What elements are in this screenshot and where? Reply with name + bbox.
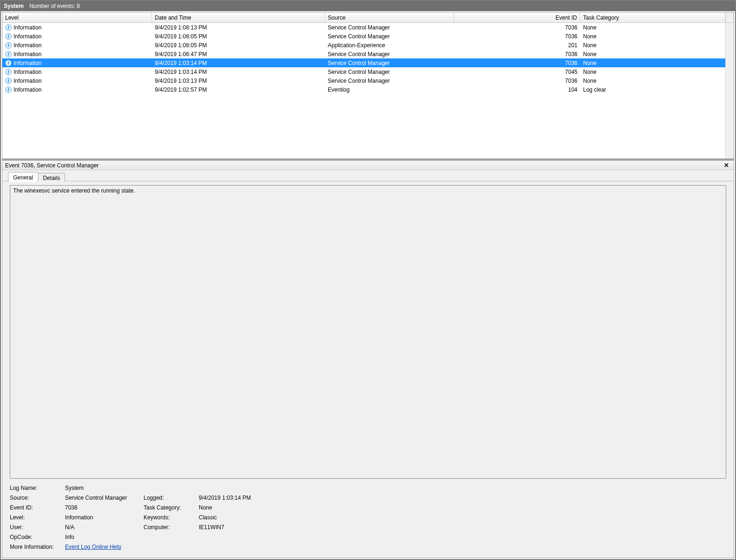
column-headers[interactable]: Level Date and Time Source Event ID Task…: [2, 13, 734, 23]
table-row[interactable]: iInformation9/4/2019 1:03:14 PMService C…: [2, 67, 725, 76]
table-row[interactable]: iInformation9/4/2019 1:03:13 PMService C…: [2, 76, 725, 85]
log-name-label: System: [4, 3, 24, 9]
cell-source: Service Control Manager: [325, 33, 454, 40]
info-icon: i: [5, 78, 12, 84]
meta-label-computer: Computer:: [144, 523, 195, 532]
table-row[interactable]: iInformation9/4/2019 1:03:14 PMService C…: [2, 58, 725, 67]
cell-event-id: 7036: [454, 24, 580, 31]
event-viewer-window: System Number of events: 8 Level Date an…: [0, 0, 736, 560]
cell-task: None: [580, 78, 725, 84]
details-body: The winexesvc service entered the runnin…: [2, 181, 734, 558]
cell-level: iInformation: [2, 33, 152, 40]
meta-value-eventid: 7036: [65, 503, 140, 513]
cell-task: None: [580, 60, 725, 66]
cell-source: Eventlog: [325, 86, 454, 93]
table-row[interactable]: iInformation9/4/2019 1:02:57 PMEventlog1…: [2, 85, 725, 94]
cell-date: 9/4/2019 1:03:13 PM: [152, 78, 325, 84]
meta-value-opcode: Info: [65, 532, 140, 542]
close-icon[interactable]: ✕: [722, 162, 731, 169]
meta-label-taskcat: Task Category:: [144, 503, 195, 513]
col-header-source[interactable]: Source: [325, 13, 454, 22]
details-pane: Event 7036, Service Control Manager ✕ Ge…: [2, 160, 734, 558]
cell-source: Application-Experience: [325, 42, 454, 49]
cell-level: iInformation: [2, 24, 152, 31]
cell-task: None: [580, 51, 725, 57]
cell-event-id: 7036: [454, 78, 580, 84]
cell-task: None: [580, 42, 725, 49]
level-text: Information: [14, 24, 42, 31]
top-bar: System Number of events: 8: [1, 1, 735, 11]
info-icon: i: [5, 42, 12, 49]
meta-label-level: Level:: [10, 513, 61, 523]
cell-event-id: 7036: [454, 51, 580, 57]
cell-level: iInformation: [2, 69, 152, 75]
info-icon: i: [5, 33, 12, 40]
cell-event-id: 7036: [454, 33, 580, 40]
content-frame: Level Date and Time Source Event ID Task…: [2, 12, 734, 558]
info-icon: i: [5, 24, 12, 31]
col-header-date[interactable]: Date and Time: [152, 13, 325, 22]
event-log-online-help-link[interactable]: Event Log Online Help: [65, 544, 121, 550]
event-list[interactable]: iInformation9/4/2019 1:08:13 PMService C…: [2, 23, 725, 158]
meta-value-logname: System: [65, 483, 140, 493]
cell-date: 9/4/2019 1:08:05 PM: [152, 33, 325, 40]
cell-source: Service Control Manager: [325, 78, 454, 84]
event-metadata: Log Name: System Source: Service Control…: [10, 483, 726, 552]
info-icon: i: [5, 69, 12, 75]
vertical-scrollbar[interactable]: [725, 23, 734, 158]
tabs-row: General Details: [2, 170, 734, 181]
level-text: Information: [14, 69, 42, 75]
level-text: Information: [14, 60, 42, 66]
cell-date: 9/4/2019 1:08:13 PM: [152, 24, 325, 31]
cell-event-id: 201: [454, 42, 580, 49]
table-row[interactable]: iInformation9/4/2019 1:08:13 PMService C…: [2, 23, 725, 32]
level-text: Information: [14, 51, 42, 57]
details-title: Event 7036, Service Control Manager: [5, 162, 99, 169]
col-header-event-id[interactable]: Event ID: [454, 13, 580, 22]
col-header-level[interactable]: Level: [2, 13, 152, 22]
cell-date: 9/4/2019 1:08:05 PM: [152, 42, 325, 49]
cell-level: iInformation: [2, 60, 152, 66]
cell-source: Service Control Manager: [325, 69, 454, 75]
meta-value-taskcat: None: [199, 503, 726, 513]
info-icon: i: [5, 60, 12, 66]
meta-label-moreinfo: More Information:: [10, 542, 61, 552]
level-text: Information: [14, 86, 42, 93]
info-icon: i: [5, 51, 12, 57]
cell-date: 9/4/2019 1:03:14 PM: [152, 60, 325, 66]
meta-label-opcode: OpCode:: [10, 532, 61, 542]
table-row[interactable]: iInformation9/4/2019 1:08:05 PMApplicati…: [2, 41, 725, 50]
meta-value-keywords: Classic: [199, 513, 726, 523]
meta-value-level: Information: [65, 513, 140, 523]
info-icon: i: [5, 86, 12, 93]
meta-value-computer: IE11WIN7: [199, 523, 726, 532]
level-text: Information: [14, 78, 42, 84]
cell-task: None: [580, 33, 725, 40]
cell-task: Log clear: [580, 86, 725, 93]
meta-value-logged: 9/4/2019 1:03:14 PM: [199, 493, 726, 503]
table-row[interactable]: iInformation9/4/2019 1:08:05 PMService C…: [2, 32, 725, 41]
table-row[interactable]: iInformation9/4/2019 1:06:47 PMService C…: [2, 50, 725, 58]
meta-label-source: Source:: [10, 493, 61, 503]
cell-level: iInformation: [2, 51, 152, 57]
cell-task: None: [580, 24, 725, 31]
details-header: Event 7036, Service Control Manager ✕: [2, 161, 734, 170]
cell-event-id: 7045: [454, 69, 580, 75]
cell-source: Service Control Manager: [325, 24, 454, 31]
meta-value-source: Service Control Manager: [65, 493, 140, 503]
event-count-label: Number of events: 8: [29, 3, 80, 9]
cell-date: 9/4/2019 1:03:14 PM: [152, 69, 325, 75]
cell-date: 9/4/2019 1:02:57 PM: [152, 86, 325, 93]
meta-label-user: User:: [10, 523, 61, 532]
meta-label-eventid: Event ID:: [10, 503, 61, 513]
col-header-task[interactable]: Task Category: [580, 13, 725, 22]
event-message[interactable]: The winexesvc service entered the runnin…: [10, 185, 726, 479]
cell-source: Service Control Manager: [325, 51, 454, 57]
tab-general[interactable]: General: [8, 172, 38, 182]
cell-level: iInformation: [2, 86, 152, 93]
tab-details[interactable]: Details: [38, 173, 65, 181]
cell-source: Service Control Manager: [325, 60, 454, 66]
cell-level: iInformation: [2, 42, 152, 49]
cell-event-id: 104: [454, 86, 580, 93]
meta-value-user: N/A: [65, 523, 140, 532]
